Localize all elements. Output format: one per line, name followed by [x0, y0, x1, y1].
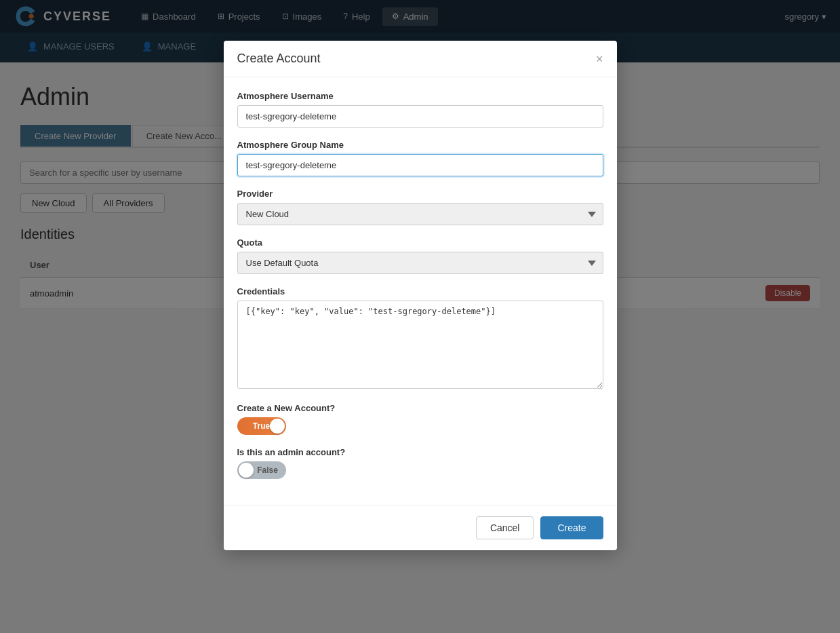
- modal-header: Create Account ×: [224, 41, 617, 77]
- credentials-label: Credentials: [237, 286, 603, 296]
- atm-group-name-group: Atmosphere Group Name: [237, 140, 603, 176]
- atm-username-group: Atmosphere Username: [237, 91, 603, 128]
- modal-body: Atmosphere Username Atmosphere Group Nam…: [224, 77, 617, 329]
- modal-overlay: Create Account × Atmosphere Username Atm…: [0, 0, 840, 329]
- create-account-modal: Create Account × Atmosphere Username Atm…: [224, 41, 617, 329]
- quota-group: Quota Use Default Quota: [237, 237, 603, 274]
- atm-username-input[interactable]: [237, 105, 603, 128]
- atm-group-name-label: Atmosphere Group Name: [237, 140, 603, 150]
- modal-title: Create Account: [237, 52, 321, 66]
- provider-label: Provider: [237, 189, 603, 199]
- quota-label: Quota: [237, 237, 603, 248]
- modal-close-button[interactable]: ×: [596, 53, 603, 65]
- provider-group: Provider New Cloud All Providers: [237, 189, 603, 225]
- credentials-textarea[interactable]: [{"key": "key", "value": "test-sgregory-…: [237, 301, 603, 329]
- credentials-group: Credentials [{"key": "key", "value": "te…: [237, 286, 603, 329]
- atm-username-label: Atmosphere Username: [237, 91, 603, 101]
- provider-select[interactable]: New Cloud All Providers: [237, 203, 603, 225]
- atm-group-name-input[interactable]: [237, 154, 603, 176]
- quota-select[interactable]: Use Default Quota: [237, 252, 603, 274]
